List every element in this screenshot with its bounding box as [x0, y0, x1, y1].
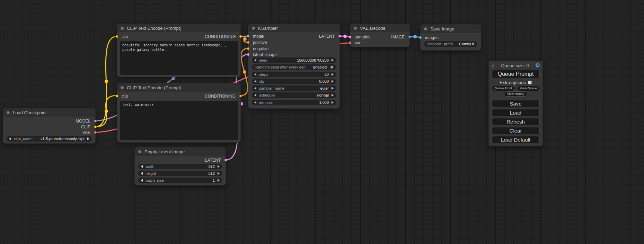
refresh-button[interactable]: Refresh [492, 118, 540, 125]
prompt-textarea[interactable]: text, watermark [120, 101, 238, 140]
collapse-dot[interactable] [7, 111, 10, 114]
widget-filename-prefix[interactable]: filename_prefix ComfyUI [424, 41, 477, 47]
save-button[interactable]: Save [492, 100, 540, 107]
increment-icon[interactable] [218, 165, 220, 168]
graph-canvas[interactable]: Load Checkpoint MODEL CLIP VAE ckpt_name… [0, 0, 644, 244]
increment-icon[interactable] [332, 94, 334, 97]
output-pin-clip[interactable] [94, 125, 97, 128]
widget-value: enabled [313, 65, 327, 69]
node-titlebar[interactable]: KSampler [248, 24, 339, 32]
collapse-dot[interactable] [252, 27, 255, 30]
settings-gear-icon[interactable]: ⚙ [535, 63, 540, 68]
output-pin-conditioning[interactable] [239, 94, 242, 98]
input-pin-positive[interactable] [247, 41, 250, 44]
node-title: CLIP Text Encode (Prompt) [127, 85, 182, 90]
load-default-button[interactable]: Load Default [492, 136, 540, 143]
link-midpoint-dot [105, 80, 108, 83]
widget-name: seed [259, 58, 267, 62]
clear-button[interactable]: Clear [492, 127, 540, 134]
collapse-dot[interactable] [424, 27, 427, 30]
queue-prompt-button[interactable]: Queue Prompt [492, 70, 540, 78]
queue-buttons-row: Queue Front View Queue [489, 86, 542, 91]
output-pin-latent[interactable] [224, 159, 227, 162]
input-pin-model[interactable] [247, 35, 250, 38]
output-pin-latent[interactable] [338, 35, 341, 38]
widget-random-seed-toggle[interactable]: Random seed after every gen enabled [252, 64, 336, 70]
increment-icon[interactable] [87, 137, 89, 140]
load-button[interactable]: Load [492, 109, 540, 116]
node-titlebar[interactable]: Save Image [421, 25, 481, 33]
node-save-image: Save Image images filename_prefix ComfyU… [420, 24, 481, 51]
output-pin-model[interactable] [94, 119, 97, 123]
decrement-icon[interactable] [254, 94, 256, 97]
decrement-icon[interactable] [254, 87, 256, 90]
increment-icon[interactable] [332, 87, 334, 90]
input-pin-latent-image[interactable] [247, 53, 250, 56]
input-label-samples: samples [355, 35, 370, 39]
view-queue-button[interactable]: View Queue [517, 86, 540, 91]
widget-value: 8.000 [319, 79, 329, 83]
node-titlebar[interactable]: VAE Decode [350, 24, 409, 32]
node-clip-text-encode-positive: CLIP Text Encode (Prompt) clip CONDITION… [117, 24, 241, 77]
input-label-model: model [253, 34, 264, 39]
toggle-on-icon[interactable] [330, 65, 334, 69]
widget-cfg[interactable]: cfg 8.000 [252, 79, 336, 84]
collapse-dot[interactable] [138, 150, 141, 153]
node-title: CLIP Text Encode (Prompt) [127, 26, 182, 31]
increment-icon[interactable] [218, 179, 220, 182]
widget-denoise[interactable]: denoise 1.000 [252, 100, 336, 105]
input-label-clip: clip [122, 94, 128, 99]
collapse-dot[interactable] [121, 27, 124, 30]
increment-icon[interactable] [332, 80, 334, 83]
prompt-textarea[interactable]: beautiful scenery nature glass bottle la… [120, 41, 238, 75]
widget-ckpt-name[interactable]: ckpt_name v1-5-pruned-emaonly.ckpt [7, 136, 92, 142]
decrement-icon[interactable] [141, 179, 143, 182]
increment-icon[interactable] [332, 101, 334, 104]
view-history-button[interactable]: View History [504, 91, 528, 97]
input-label-latent-image: latent_image [253, 52, 277, 57]
input-pin-samples[interactable] [349, 35, 352, 38]
input-pin-clip[interactable] [115, 94, 118, 98]
widget-seed[interactable]: seed 156680208700286 [252, 57, 336, 63]
decrement-icon[interactable] [9, 137, 11, 140]
queue-size-label: Queue size: 0 [495, 63, 535, 68]
widget-value: 20 [325, 72, 329, 76]
queue-front-button[interactable]: Queue Front [491, 86, 515, 91]
decrement-icon[interactable] [141, 165, 143, 168]
decrement-icon[interactable] [254, 73, 256, 76]
widget-steps[interactable]: steps 20 [252, 72, 336, 77]
collapse-dot[interactable] [121, 86, 124, 89]
node-titlebar[interactable]: Empty Latent Image [135, 147, 226, 156]
widget-scheduler[interactable]: scheduler normal [252, 92, 336, 98]
extra-options-checkbox[interactable] [528, 81, 532, 84]
input-pin-images[interactable] [419, 36, 422, 39]
increment-icon[interactable] [332, 59, 334, 62]
widget-name: denoise [259, 100, 273, 105]
decrement-icon[interactable] [254, 80, 256, 83]
input-pin-negative[interactable] [247, 47, 250, 50]
node-titlebar[interactable]: CLIP Text Encode (Prompt) [117, 83, 240, 92]
increment-icon[interactable] [218, 172, 220, 175]
output-label-image: IMAGE [391, 35, 405, 39]
decrement-icon[interactable] [141, 172, 143, 175]
input-pin-vae[interactable] [349, 41, 352, 44]
widget-height[interactable]: height 512 [138, 171, 222, 176]
widget-value: normal [317, 93, 329, 97]
drag-handle-icon[interactable] [491, 63, 495, 68]
widget-width[interactable]: width 512 [138, 164, 222, 169]
output-pin-vae[interactable] [94, 131, 97, 134]
node-titlebar[interactable]: Load Checkpoint [3, 108, 95, 117]
output-pin-image[interactable] [408, 35, 411, 38]
widget-name: height [145, 171, 156, 175]
widget-value: 1.000 [319, 100, 329, 105]
widget-sampler-name[interactable]: sampler_name euler [252, 85, 336, 91]
node-titlebar[interactable]: CLIP Text Encode (Prompt) [117, 24, 240, 32]
output-pin-conditioning[interactable] [239, 35, 242, 38]
decrement-icon[interactable] [254, 101, 256, 104]
increment-icon[interactable] [332, 73, 334, 76]
widget-batch-size[interactable]: batch_size 1 [138, 178, 222, 183]
input-pin-clip[interactable] [115, 35, 118, 38]
output-label-vae: VAE [82, 130, 90, 135]
collapse-dot[interactable] [354, 27, 357, 30]
decrement-icon[interactable] [254, 59, 256, 62]
